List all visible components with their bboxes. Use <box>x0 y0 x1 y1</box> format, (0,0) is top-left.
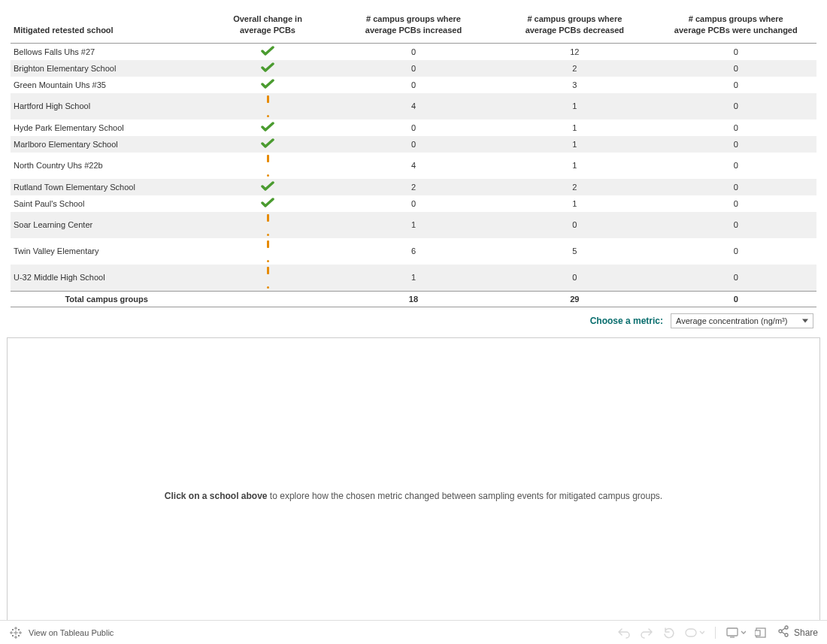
pause-dropdown-icon[interactable] <box>685 627 704 639</box>
device-group <box>726 627 767 639</box>
cell-school[interactable]: Hartford High School <box>11 93 202 119</box>
viz-prompt-rest: to explore how the chosen metric changed… <box>268 491 663 501</box>
total-unchanged: 0 <box>656 291 816 307</box>
viz-area[interactable]: Click on a school above to explore how t… <box>7 337 820 644</box>
cell-status <box>202 93 333 119</box>
cell-increased: 0 <box>333 195 494 212</box>
exclamation-icon <box>267 240 269 262</box>
table-row[interactable]: Hartford High School410 <box>11 93 816 119</box>
check-icon <box>261 49 274 58</box>
table-row[interactable]: U-32 Middle High School100 <box>11 265 816 292</box>
cell-decreased: 1 <box>494 153 655 179</box>
table-row[interactable]: Soar Learning Center100 <box>11 212 816 238</box>
header-unchanged-l1: # campus groups where <box>689 14 783 23</box>
cell-school[interactable]: Twin Valley Elementary <box>11 238 202 265</box>
cell-school[interactable]: Hyde Park Elementary School <box>11 119 202 136</box>
svg-point-23 <box>785 626 788 629</box>
cell-school[interactable]: Bellows Falls Uhs #27 <box>11 43 202 60</box>
history-group <box>617 627 704 639</box>
replay-icon[interactable] <box>662 627 676 639</box>
header-unchanged[interactable]: # campus groups where average PCBs were … <box>656 9 816 43</box>
cell-unchanged: 0 <box>656 212 816 238</box>
share-label: Share <box>794 627 818 638</box>
cell-school[interactable]: Rutland Town Elementary School <box>11 179 202 195</box>
cell-status <box>202 43 333 60</box>
cell-school[interactable]: North Country Uhs #22b <box>11 153 202 179</box>
cell-decreased: 12 <box>494 43 655 60</box>
cell-school[interactable]: U-32 Middle High School <box>11 265 202 292</box>
cell-increased: 4 <box>333 93 494 119</box>
table-row[interactable]: Brighton Elementary School020 <box>11 60 816 77</box>
viz-prompt: Click on a school above to explore how t… <box>165 491 662 501</box>
cell-increased: 6 <box>333 238 494 265</box>
metric-dropdown[interactable]: Average concentration (ng/m³) <box>671 313 813 328</box>
table-row[interactable]: North Country Uhs #22b410 <box>11 153 816 179</box>
svg-rect-19 <box>727 628 738 636</box>
cell-status <box>202 212 333 238</box>
cell-status <box>202 77 333 93</box>
cell-decreased: 1 <box>494 136 655 153</box>
cell-decreased: 5 <box>494 238 655 265</box>
header-overall[interactable]: Overall change in average PCBs <box>202 9 333 43</box>
svg-point-25 <box>785 633 788 636</box>
exclamation-icon <box>267 214 269 236</box>
cell-increased: 0 <box>333 43 494 60</box>
header-unchanged-l2: average PCBs were unchanged <box>674 26 798 35</box>
cell-school[interactable]: Soar Learning Center <box>11 212 202 238</box>
cell-school[interactable]: Green Mountain Uhs #35 <box>11 77 202 93</box>
svg-line-27 <box>782 632 786 634</box>
device-preview-icon[interactable] <box>726 627 746 639</box>
cell-unchanged: 0 <box>656 153 816 179</box>
total-label: Total campus groups <box>11 291 202 307</box>
svg-rect-22 <box>755 630 760 636</box>
cell-school[interactable]: Brighton Elementary School <box>11 60 202 77</box>
viz-prompt-bold: Click on a school above <box>165 491 268 501</box>
cell-status <box>202 179 333 195</box>
cell-status <box>202 153 333 179</box>
table-row[interactable]: Rutland Town Elementary School220 <box>11 179 816 195</box>
table-row[interactable]: Green Mountain Uhs #35030 <box>11 77 816 93</box>
cell-status <box>202 238 333 265</box>
cell-status <box>202 195 333 212</box>
table-row[interactable]: Twin Valley Elementary650 <box>11 238 816 265</box>
schools-table: Mitigated retested school Overall change… <box>11 9 816 307</box>
cell-school[interactable]: Saint Paul's School <box>11 195 202 212</box>
cell-unchanged: 0 <box>656 43 816 60</box>
cell-school[interactable]: Marlboro Elementary School <box>11 136 202 153</box>
cell-increased: 1 <box>333 265 494 292</box>
cell-unchanged: 0 <box>656 60 816 77</box>
header-increased-l1: # campus groups where <box>366 14 461 23</box>
svg-rect-18 <box>686 629 696 636</box>
tableau-public-link[interactable]: View on Tableau Public <box>9 626 114 639</box>
redo-icon[interactable] <box>640 627 653 639</box>
metric-label: Choose a metric: <box>590 316 663 326</box>
check-icon <box>261 184 274 193</box>
cell-status <box>202 136 333 153</box>
check-icon <box>261 125 274 134</box>
total-row: Total campus groups18290 <box>11 291 816 307</box>
undo-icon[interactable] <box>617 627 631 639</box>
cell-unchanged: 0 <box>656 179 816 195</box>
cell-unchanged: 0 <box>656 195 816 212</box>
total-increased: 18 <box>333 291 494 307</box>
fullscreen-icon[interactable] <box>755 627 767 639</box>
header-increased[interactable]: # campus groups where average PCBs incre… <box>333 9 494 43</box>
cell-unchanged: 0 <box>656 265 816 292</box>
table-row[interactable]: Saint Paul's School010 <box>11 195 816 212</box>
footer-left: View on Tableau Public <box>9 626 114 639</box>
table-row[interactable]: Hyde Park Elementary School010 <box>11 119 816 136</box>
tableau-public-label: View on Tableau Public <box>29 628 114 637</box>
cell-decreased: 1 <box>494 119 655 136</box>
header-school[interactable]: Mitigated retested school <box>11 9 202 43</box>
cell-status <box>202 119 333 136</box>
cell-unchanged: 0 <box>656 238 816 265</box>
cell-status <box>202 60 333 77</box>
table-row[interactable]: Bellows Falls Uhs #270120 <box>11 43 816 60</box>
header-decreased[interactable]: # campus groups where average PCBs decre… <box>494 9 655 43</box>
table-row[interactable]: Marlboro Elementary School010 <box>11 136 816 153</box>
share-button[interactable]: Share <box>777 625 818 639</box>
cell-decreased: 0 <box>494 265 655 292</box>
total-decreased: 29 <box>494 291 655 307</box>
cell-increased: 1 <box>333 212 494 238</box>
cell-unchanged: 0 <box>656 136 816 153</box>
